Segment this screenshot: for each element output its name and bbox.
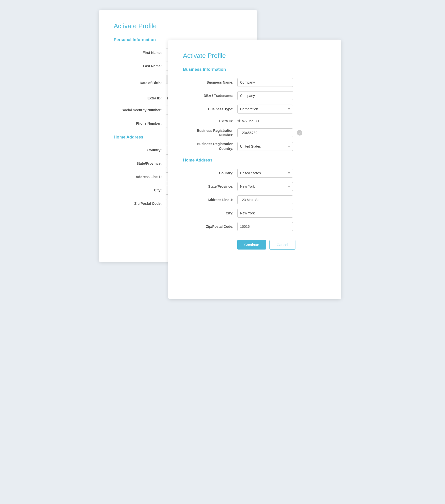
front-state-label: State/Province: [183, 184, 237, 189]
reg-number-input[interactable] [237, 128, 293, 137]
front-city-row: City: [183, 209, 326, 218]
front-city-label: City: [183, 211, 237, 215]
dba-label: DBA / Tradename: [183, 93, 237, 98]
ssn-label: Social Security Number: [114, 108, 166, 112]
business-type-row: Business Type: Corporation [183, 105, 326, 114]
front-cancel-button[interactable]: Cancel [269, 240, 295, 250]
first-name-label: First Name: [114, 50, 166, 55]
business-type-label: Business Type: [183, 107, 237, 111]
front-zip-row: Zip/Postal Code: [183, 222, 326, 231]
front-address1-label: Address Line 1: [183, 198, 237, 202]
home-address-section-title-front: Home Address [183, 158, 326, 163]
reg-number-label: Business Registration Number: [183, 128, 237, 137]
dba-row: DBA / Tradename: [183, 91, 326, 100]
front-state-row: State/Province: New York [183, 182, 326, 191]
front-city-input[interactable] [237, 209, 293, 218]
front-country-select[interactable]: United States [237, 169, 293, 178]
front-extra-id-row: Extra ID: sf1577055371 [183, 118, 326, 124]
front-zip-label: Zip/Postal Code: [183, 224, 237, 229]
dob-label: Date of Birth: [114, 81, 166, 85]
front-country-label: Country: [183, 171, 237, 175]
front-extra-id-value: sf1577055371 [237, 118, 259, 124]
front-zip-input[interactable] [237, 222, 293, 231]
front-state-select[interactable]: New York [237, 182, 293, 191]
front-button-row: Continue Cancel [183, 240, 326, 250]
back-country-label: Country: [114, 148, 166, 152]
business-section-title: Business Information [183, 67, 326, 72]
front-address1-input[interactable] [237, 195, 293, 204]
last-name-label: Last Name: [114, 64, 166, 68]
back-city-label: City: [114, 188, 166, 192]
front-continue-button[interactable]: Continue [237, 240, 266, 250]
reg-country-label: Business Registration Country: [183, 142, 237, 151]
business-name-row: Business Name: [183, 78, 326, 87]
front-country-row: Country: United States [183, 169, 326, 178]
back-state-label: State/Province: [114, 161, 166, 166]
back-card-title: Activate Profile [114, 22, 242, 30]
reg-country-select[interactable]: United States [237, 142, 293, 151]
front-extra-id-label: Extra ID: [183, 119, 237, 123]
front-address1-row: Address Line 1: [183, 195, 326, 204]
business-type-select[interactable]: Corporation [237, 105, 293, 114]
business-info-card: Activate Profile Business Information Bu… [168, 40, 341, 299]
extra-id-label: Extra ID: [114, 96, 166, 100]
front-card-title: Activate Profile [183, 52, 326, 60]
reg-number-row: Business Registration Number: ? [183, 128, 326, 137]
back-zip-label: Zip/Postal Code: [114, 201, 166, 206]
reg-country-row: Business Registration Country: United St… [183, 142, 326, 151]
back-address1-label: Address Line 1: [114, 175, 166, 179]
reg-number-help-icon[interactable]: ? [297, 130, 302, 136]
business-name-label: Business Name: [183, 80, 237, 85]
dba-input[interactable] [237, 91, 293, 100]
business-name-input[interactable] [237, 78, 293, 87]
phone-label: Phone Number: [114, 121, 166, 126]
